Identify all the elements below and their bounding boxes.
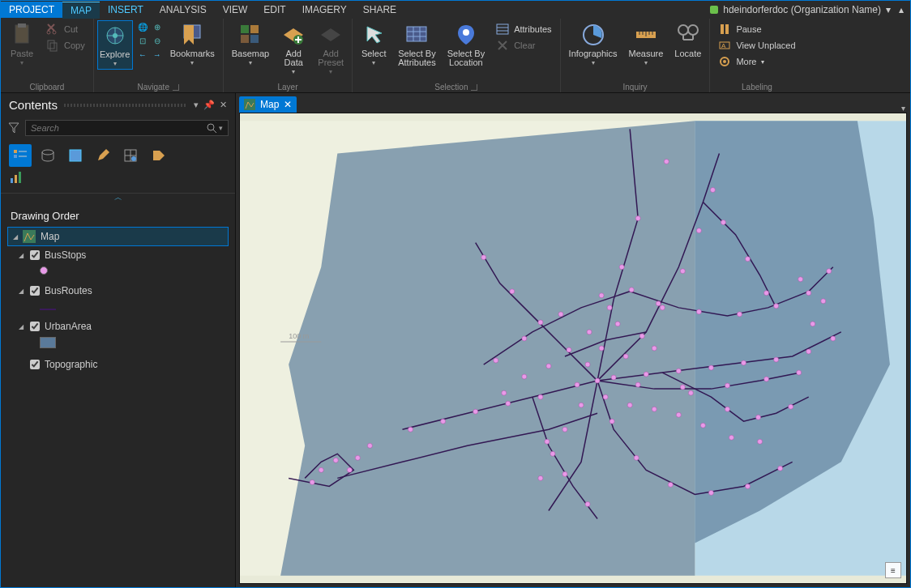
svg-point-103 [764,377,769,381]
tab-imagery[interactable]: IMAGERY [294,2,355,18]
search-icon[interactable] [206,122,217,134]
collapse-chevron-icon[interactable]: ︿ [1,192,235,203]
tab-map[interactable]: MAP [62,2,100,19]
layer-topographic[interactable]: ◢Topographic [7,356,229,373]
svg-point-105 [545,439,550,444]
svg-point-66 [742,360,746,365]
list-by-snapping-icon[interactable] [119,144,142,167]
svg-point-114 [615,322,620,326]
svg-point-121 [700,423,705,428]
svg-point-92 [756,415,761,420]
svg-rect-21 [721,24,724,34]
map-svg: 100 m [240,113,906,583]
tab-edit[interactable]: EDIT [255,2,293,18]
search-input[interactable]: ▾ [25,120,229,136]
svg-point-78 [708,490,713,495]
cut-button: Cut [45,22,87,36]
layer-urbanarea[interactable]: ◢UrbanArea [7,317,229,335]
svg-rect-14 [407,27,426,41]
zoom-out-icon[interactable]: ⊖ [151,34,164,47]
busstops-symbol[interactable] [40,266,48,275]
select-by-location-button[interactable]: Select By Location [443,20,490,69]
svg-rect-22 [725,24,729,34]
add-preset-button: Add Preset ▾ [313,20,349,77]
svg-point-110 [764,291,769,296]
autohide-icon[interactable]: ▾ [194,100,199,110]
attributes-button[interactable]: Attributes [494,22,553,36]
paste-icon [9,22,35,48]
attribution-icon[interactable]: ≡ [885,562,901,578]
next-extent-icon[interactable]: → [151,48,164,61]
add-data-button[interactable]: Add Data ▾ [276,20,311,77]
svg-point-56 [538,475,543,480]
svg-point-123 [758,439,763,444]
svg-point-60 [506,401,511,406]
svg-point-117 [603,394,608,399]
select-by-attr-icon [404,22,430,48]
navigate-launcher[interactable] [173,84,179,91]
map-tab-icon [244,99,255,110]
view-unplaced-button[interactable]: AView Unplaced [716,38,797,53]
svg-point-93 [789,404,793,409]
explore-button[interactable]: Explore ▾ [97,20,133,70]
help-icon[interactable]: ▴ [899,4,904,15]
prev-extent-icon[interactable]: ← [136,48,149,61]
svg-rect-9 [241,25,249,33]
map-canvas[interactable]: 100 m ≡ [239,113,907,584]
svg-point-98 [806,291,811,296]
attributes-icon [496,23,509,36]
svg-point-2 [47,31,50,34]
layer-busstops[interactable]: ◢BusStops [7,246,229,264]
tab-menu-icon[interactable]: ▾ [901,104,905,113]
select-by-attributes-button[interactable]: Select By Attributes [393,20,440,69]
zoom-in-icon[interactable]: ⊕ [151,20,164,33]
svg-point-46 [367,443,372,448]
contents-title: Contents [9,98,58,112]
gear-icon [718,55,731,68]
list-by-drawing-icon[interactable] [9,144,32,167]
tab-project[interactable]: PROJECT [1,2,62,18]
svg-point-57 [408,427,413,432]
list-by-selection-icon[interactable] [64,144,87,167]
measure-button[interactable]: Measure ▾ [624,20,669,68]
map-node[interactable]: ◢ Map [7,227,229,246]
svg-point-67 [774,357,779,362]
more-button[interactable]: More ▾ [716,54,797,69]
svg-point-48 [635,216,640,221]
list-by-labeling-icon[interactable] [147,144,169,167]
list-by-editing-icon[interactable] [92,144,114,167]
busroutes-symbol[interactable] [40,309,56,310]
svg-point-20 [688,25,698,35]
infographics-button[interactable]: Infographics ▾ [564,20,622,68]
tab-share[interactable]: SHARE [355,2,404,18]
pin-icon[interactable]: 📌 [203,100,215,110]
svg-point-49 [619,265,624,270]
zoom-fixed-icon[interactable]: ⊡ [136,34,149,47]
svg-rect-29 [14,155,17,158]
selection-launcher[interactable] [471,84,477,91]
svg-rect-36 [19,172,21,183]
basemap-button[interactable]: Basemap ▾ [227,20,274,68]
bookmarks-button[interactable]: Bookmarks ▾ [165,20,220,68]
pause-button[interactable]: Pause [716,22,797,36]
tab-view[interactable]: VIEW [215,2,256,18]
svg-point-59 [473,409,478,414]
filter-icon[interactable] [7,121,20,134]
layer-busroutes[interactable]: ◢BusRoutes [7,282,229,300]
close-icon[interactable]: ✕ [220,100,227,110]
svg-point-126 [798,277,803,282]
list-by-chart-icon[interactable] [9,170,32,186]
locate-button[interactable]: Locate [669,20,706,60]
tab-analysis[interactable]: ANALYSIS [152,2,215,18]
user-dropdown-icon: ▾ [886,4,891,15]
urbanarea-symbol[interactable] [40,337,56,348]
map-tab[interactable]: Map ✕ [239,96,297,113]
close-tab-icon[interactable]: ✕ [284,99,292,110]
svg-rect-10 [250,25,259,33]
svg-point-81 [494,358,498,363]
select-button[interactable]: Select ▾ [356,20,391,68]
user-menu[interactable]: hdeindorferdoc (Organization Name) ▾ ▴ [710,4,910,15]
zoom-full-icon[interactable]: 🌐 [136,20,149,33]
tab-insert[interactable]: INSERT [100,2,152,18]
list-by-source-icon[interactable] [36,144,59,167]
